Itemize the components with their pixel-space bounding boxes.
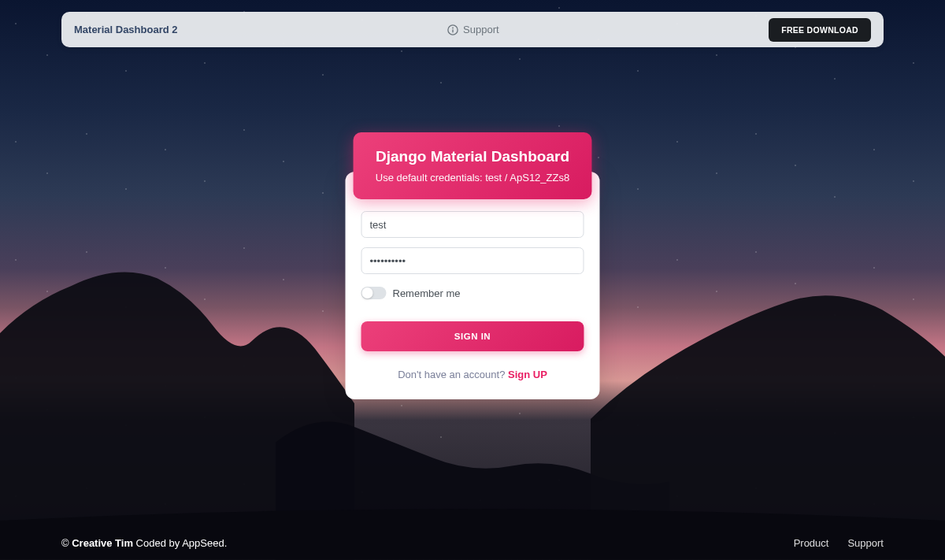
support-label: Support [463, 24, 499, 35]
remember-me-label: Remember me [393, 287, 461, 299]
footer: © Creative Tim Coded by AppSeed. Product… [61, 537, 884, 549]
nav-support-link[interactable]: Support [178, 24, 769, 35]
signup-prompt-row: Don't have an account? Sign UP [361, 369, 584, 380]
login-card-body: Remember me SIGN IN Don't have an accoun… [346, 172, 600, 399]
footer-copyright: © Creative Tim Coded by AppSeed. [61, 537, 227, 549]
username-input[interactable] [361, 211, 584, 238]
footer-support-link[interactable]: Support [847, 537, 884, 549]
svg-point-1 [452, 27, 454, 28]
signup-prompt-text: Don't have an account? [398, 369, 508, 380]
free-download-button[interactable]: FREE DOWNLOAD [769, 18, 871, 42]
svg-rect-2 [452, 29, 453, 32]
footer-coded-by: Coded by AppSeed. [133, 537, 227, 549]
brand-label[interactable]: Material Dashboard 2 [74, 24, 178, 35]
sign-up-link[interactable]: Sign UP [508, 369, 547, 380]
login-card: Django Material Dashboard Use default cr… [346, 132, 600, 399]
login-title: Django Material Dashboard [369, 148, 576, 165]
password-input[interactable] [361, 247, 584, 274]
remember-me-toggle[interactable] [361, 287, 387, 299]
sign-in-button[interactable]: SIGN IN [361, 321, 584, 351]
footer-product-link[interactable]: Product [794, 537, 829, 549]
login-subtitle: Use default credentials: test / ApS12_ZZ… [369, 172, 576, 184]
footer-brand[interactable]: Creative Tim [72, 537, 133, 549]
login-card-header: Django Material Dashboard Use default cr… [354, 132, 592, 199]
top-navbar: Material Dashboard 2 Support FREE DOWNLO… [61, 12, 884, 47]
info-icon [447, 24, 458, 35]
